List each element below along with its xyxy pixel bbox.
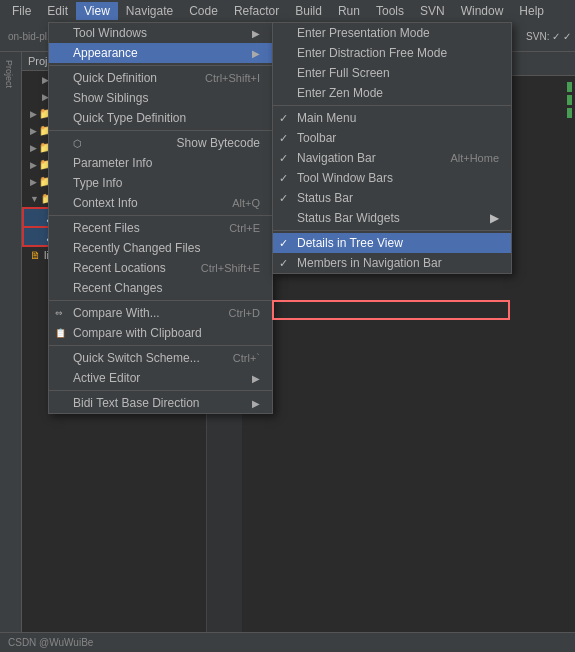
menu-item-label: Tool Windows [73, 26, 147, 40]
menu-item-label: Tool Window Bars [297, 171, 393, 185]
menu-item-label: Status Bar [297, 191, 353, 205]
submenu-arrow-icon: ▶ [490, 211, 499, 225]
menubar-item-refactor[interactable]: Refactor [226, 2, 287, 20]
menu-item-compare-with[interactable]: ⇔ Compare With... Ctrl+D [49, 303, 272, 323]
checkmark-icon: ✓ [279, 172, 288, 185]
menu-item-label: Type Info [73, 176, 122, 190]
menu-item-presentation-mode[interactable]: Enter Presentation Mode [273, 23, 511, 43]
menu-item-appearance[interactable]: Appearance ▶ [49, 43, 272, 63]
menu-item-label: Active Editor [73, 371, 140, 385]
menu-item-label: Details in Tree View [297, 236, 403, 250]
menu-item-recent-changes[interactable]: Recent Changes [49, 278, 272, 298]
menu-item-tool-window-bars[interactable]: ✓ Tool Window Bars [273, 168, 511, 188]
menu-item-main-menu[interactable]: ✓ Main Menu [273, 108, 511, 128]
menu-item-quick-type[interactable]: Quick Type Definition [49, 108, 272, 128]
menu-separator [49, 390, 272, 391]
menu-item-parameter-info[interactable]: Parameter Info [49, 153, 272, 173]
menu-item-label: Appearance [73, 46, 138, 60]
chevron-right-icon: ▶ [30, 126, 37, 136]
menu-item-label: Recently Changed Files [73, 241, 200, 255]
appearance-submenu[interactable]: Enter Presentation Mode Enter Distractio… [272, 22, 512, 274]
menu-item-context-info[interactable]: Context Info Alt+Q [49, 193, 272, 213]
menu-item-label: Main Menu [297, 111, 356, 125]
submenu-arrow-icon: ▶ [252, 373, 260, 384]
menubar-item-tools[interactable]: Tools [368, 2, 412, 20]
menu-item-recent-locations[interactable]: Recent Locations Ctrl+Shift+E [49, 258, 272, 278]
menubar: File Edit View Navigate Code Refactor Bu… [0, 0, 575, 22]
menu-item-label: Context Info [73, 196, 138, 210]
menu-separator [49, 215, 272, 216]
menu-item-label: Recent Files [73, 221, 140, 235]
submenu-arrow-icon: ▶ [252, 28, 260, 39]
menu-separator [49, 65, 272, 66]
shortcut-label: Ctrl+E [229, 222, 260, 234]
left-sidebar: Project [0, 52, 22, 632]
menu-item-bidi[interactable]: Bidi Text Base Direction ▶ [49, 393, 272, 413]
menubar-item-run[interactable]: Run [330, 2, 368, 20]
chevron-right-icon: ▶ [30, 177, 37, 187]
menubar-item-file[interactable]: File [4, 2, 39, 20]
menu-item-label: Quick Definition [73, 71, 157, 85]
menu-item-active-editor[interactable]: Active Editor ▶ [49, 368, 272, 388]
menu-item-members-navigation-bar[interactable]: ✓ Members in Navigation Bar [273, 253, 511, 273]
change-indicator-bar [567, 82, 572, 92]
menu-item-tool-windows[interactable]: Tool Windows ▶ [49, 23, 272, 43]
menu-item-label: Recent Changes [73, 281, 162, 295]
menu-item-status-bar[interactable]: ✓ Status Bar [273, 188, 511, 208]
menu-item-label: Compare with Clipboard [73, 326, 202, 340]
submenu-arrow-icon: ▶ [252, 48, 260, 59]
clipboard-icon: 📋 [55, 328, 66, 338]
menu-item-full-screen[interactable]: Enter Full Screen [273, 63, 511, 83]
menu-item-label: Enter Full Screen [297, 66, 390, 80]
menu-separator [273, 105, 511, 106]
menu-item-label: Show Siblings [73, 91, 148, 105]
menu-item-label: Compare With... [73, 306, 160, 320]
submenu-arrow-icon: ▶ [252, 398, 260, 409]
menu-item-quick-definition[interactable]: Quick Definition Ctrl+Shift+I [49, 68, 272, 88]
menubar-item-build[interactable]: Build [287, 2, 330, 20]
menu-item-toolbar[interactable]: ✓ Toolbar [273, 128, 511, 148]
menu-item-status-bar-widgets[interactable]: Status Bar Widgets ▶ [273, 208, 511, 228]
menubar-item-code[interactable]: Code [181, 2, 226, 20]
menu-item-distraction-free[interactable]: Enter Distraction Free Mode [273, 43, 511, 63]
menubar-item-navigate[interactable]: Navigate [118, 2, 181, 20]
menu-item-details-tree-view[interactable]: ✓ Details in Tree View [273, 233, 511, 253]
menu-item-zen-mode[interactable]: Enter Zen Mode [273, 83, 511, 103]
menu-separator [49, 130, 272, 131]
menu-item-quick-switch[interactable]: Quick Switch Scheme... Ctrl+` [49, 348, 272, 368]
menu-item-label: Enter Distraction Free Mode [297, 46, 447, 60]
chevron-down-icon: ▼ [30, 194, 39, 204]
menu-item-label: Recent Locations [73, 261, 166, 275]
shortcut-label: Ctrl+` [233, 352, 260, 364]
project-sidebar-button[interactable]: Project [0, 52, 18, 96]
checkmark-icon: ✓ [279, 192, 288, 205]
checkmark-icon: ✓ [279, 112, 288, 125]
checkmark-icon: ✓ [279, 237, 288, 250]
menu-item-label: Bidi Text Base Direction [73, 396, 200, 410]
compare-icon: ⇔ [55, 308, 63, 318]
menu-item-show-siblings[interactable]: Show Siblings [49, 88, 272, 108]
menu-item-show-bytecode[interactable]: ⬡ Show Bytecode [49, 133, 272, 153]
menubar-item-window[interactable]: Window [453, 2, 512, 20]
menu-item-recent-files[interactable]: Recent Files Ctrl+E [49, 218, 272, 238]
menubar-item-svn[interactable]: SVN [412, 2, 453, 20]
menubar-item-view[interactable]: View [76, 2, 118, 20]
menu-item-recently-changed[interactable]: Recently Changed Files [49, 238, 272, 258]
status-bar: CSDN @WuWuiBe [0, 632, 575, 652]
checkmark-icon: ✓ [279, 132, 288, 145]
shortcut-label: Ctrl+D [229, 307, 260, 319]
menu-item-label: Quick Switch Scheme... [73, 351, 200, 365]
menu-item-navigation-bar[interactable]: ✓ Navigation Bar Alt+Home [273, 148, 511, 168]
chevron-right-icon: ▶ [30, 109, 37, 119]
menu-item-label: Enter Presentation Mode [297, 26, 430, 40]
shortcut-label: Alt+Home [450, 152, 499, 164]
menu-item-label: Status Bar Widgets [297, 211, 400, 225]
xml-file-icon: 🗎 [30, 249, 41, 261]
view-menu[interactable]: Tool Windows ▶ Appearance ▶ Quick Defini… [48, 22, 273, 414]
menu-item-compare-clipboard[interactable]: 📋 Compare with Clipboard [49, 323, 272, 343]
menu-separator [49, 300, 272, 301]
bytecode-icon: ⬡ [73, 138, 82, 149]
menu-item-type-info[interactable]: Type Info [49, 173, 272, 193]
menubar-item-edit[interactable]: Edit [39, 2, 76, 20]
menubar-item-help[interactable]: Help [511, 2, 552, 20]
